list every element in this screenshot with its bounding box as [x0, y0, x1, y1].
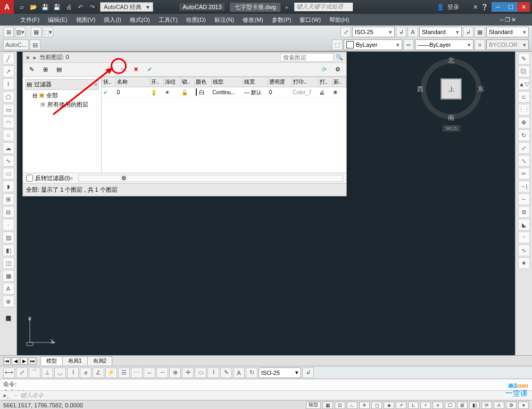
model-toggle[interactable]: 模型	[306, 402, 321, 409]
dim-angular-icon[interactable]: ∠	[93, 367, 104, 378]
rect-icon[interactable]: ▭	[3, 104, 14, 116]
viewcube-east[interactable]: 东	[478, 85, 484, 94]
plot-icon[interactable]: 🖨	[64, 2, 73, 12]
refresh-icon[interactable]: ⟳	[319, 64, 329, 75]
am-icon[interactable]: ⟳	[481, 402, 492, 409]
layer-prop-icon[interactable]: ▤	[30, 39, 40, 50]
cell-on-icon[interactable]: 💡	[149, 87, 163, 98]
otrack-icon[interactable]: ↗	[396, 402, 406, 409]
plotstyle-dropdown[interactable]: BYCOLOR	[486, 39, 529, 50]
menu-modify[interactable]: 修改(M)	[238, 14, 268, 26]
extend-icon[interactable]: →|	[518, 181, 530, 192]
tab-first-icon[interactable]: ⏮	[3, 357, 11, 365]
menu-edit[interactable]: 编辑(E)	[44, 14, 72, 26]
dim-edit-icon[interactable]: ✎	[220, 367, 232, 378]
new-icon[interactable]: ▱	[17, 2, 27, 12]
point-icon[interactable]: ·	[3, 219, 14, 231]
pline-icon[interactable]: ⌇	[3, 78, 14, 90]
line-icon[interactable]: ╱	[3, 53, 14, 64]
filter-used[interactable]: ▣ 所有使用的图层	[25, 100, 99, 109]
new-filter-icon[interactable]: ✎	[26, 64, 37, 75]
col-trans[interactable]: 透明度	[268, 77, 292, 87]
col-color[interactable]: 颜色	[195, 77, 212, 87]
arc-icon[interactable]: ◠	[3, 117, 14, 128]
viewcube-south[interactable]: 南	[448, 113, 454, 122]
dim-arc-icon[interactable]: ⌒	[29, 367, 40, 378]
qp-icon[interactable]: ⊞	[457, 402, 468, 409]
cell-plot-icon[interactable]: 🖨	[318, 87, 332, 98]
tab-layout2[interactable]: 布局2	[87, 356, 113, 365]
settings-icon[interactable]: ⚙	[332, 64, 343, 75]
makeblock-icon[interactable]: ⊟	[3, 206, 14, 218]
filter-all[interactable]: ⊟ ▣ 全部	[25, 91, 99, 100]
menu-window[interactable]: 窗口(W)	[295, 14, 325, 26]
undo-icon[interactable]: ↶	[76, 2, 85, 12]
set-current-icon[interactable]: ✔	[144, 64, 155, 75]
new-layer-vp-icon[interactable]: ✧	[117, 64, 127, 75]
menu-format[interactable]: 格式(O)	[126, 14, 154, 26]
textstyle-dropdown[interactable]: Standard	[419, 27, 462, 37]
viewcube-wcs[interactable]: WCS	[443, 125, 460, 132]
cell-pstyle[interactable]: Color_7	[292, 87, 318, 98]
workspace-dropdown[interactable]: AutoCAD 经典▾	[100, 2, 153, 12]
ellipse-icon[interactable]: ⬭	[3, 168, 14, 179]
addselected-icon[interactable]: ⊕	[3, 296, 14, 307]
dim-break-icon[interactable]: ╌	[156, 367, 168, 378]
table-icon[interactable]: ▦	[3, 270, 14, 282]
col-lweight[interactable]: 线宽	[243, 77, 268, 87]
doc-close-icon[interactable]: ✕	[511, 17, 516, 23]
viewcube[interactable]: 北 南 西 东 上 WCS	[419, 57, 483, 121]
dim-ord-icon[interactable]: ⊥	[41, 367, 53, 378]
tablestyle-dropdown[interactable]: Standard	[486, 27, 529, 37]
col-status[interactable]: 状..	[102, 77, 116, 87]
dim-update-icon[interactable]: ↻	[246, 367, 257, 378]
cell-name[interactable]: 0	[116, 87, 150, 98]
minimize-button[interactable]: ─	[492, 2, 504, 12]
viewcube-north[interactable]: 北	[448, 56, 454, 65]
save-icon[interactable]: 💾	[40, 2, 50, 12]
cell-color[interactable]: 白	[195, 87, 212, 98]
ltype-icon[interactable]: ═	[403, 39, 414, 50]
layer-search-input[interactable]	[280, 53, 334, 62]
tpy-icon[interactable]: ☐	[445, 402, 455, 409]
dialog-close-icon[interactable]: ×	[26, 54, 29, 61]
dim-baseline-icon[interactable]: ☰	[118, 367, 130, 378]
ellipsearc-icon[interactable]: ◗	[3, 181, 14, 192]
tab-last-icon[interactable]: ⏭	[29, 357, 36, 365]
explode-icon[interactable]: ✷	[518, 257, 530, 269]
ortho-icon[interactable]: ∟	[347, 402, 358, 409]
osnap-icon[interactable]: ◻	[371, 402, 382, 409]
dim-edit-icon[interactable]: ↲	[396, 27, 406, 37]
lwt-toggle-icon[interactable]: ≡	[433, 402, 443, 409]
dim-diameter-icon[interactable]: ⌀	[80, 367, 92, 378]
search-icon[interactable]: 🔍	[336, 54, 343, 61]
grid-icon[interactable]: ▦	[322, 402, 333, 409]
col-pstyle[interactable]: 打印..	[292, 77, 318, 87]
mtext-icon[interactable]: A	[3, 283, 14, 295]
help-icon[interactable]: ❔	[481, 4, 488, 11]
col-lock[interactable]: 锁..	[180, 77, 194, 87]
region-icon[interactable]: ◫	[3, 257, 14, 269]
coords-display[interactable]: 5661.1517, 1796.7582, 0.0000	[3, 402, 83, 408]
join-icon[interactable]: ⧉	[518, 206, 530, 218]
mirror-icon[interactable]: ▲▽	[518, 78, 530, 90]
break-icon[interactable]: ╌	[518, 193, 530, 205]
dim-continue-icon[interactable]: ⋯	[131, 367, 143, 378]
dim-inspect-icon[interactable]: ⬭	[195, 367, 206, 378]
stretch-icon[interactable]: ⤡	[518, 155, 530, 167]
dimstyle-dropdown[interactable]: ISO-25	[352, 27, 395, 37]
col-on[interactable]: 开..	[149, 77, 163, 87]
command-window[interactable]: 命令: 命令: '_Layer ▸_← 键入命令	[0, 379, 532, 400]
layer-panel-expand[interactable]: AutoC...	[3, 39, 29, 50]
tab-model[interactable]: 模型	[40, 356, 63, 365]
cell-lock-icon[interactable]: 🔓	[180, 87, 194, 98]
exchange-icon[interactable]: ✕	[473, 4, 478, 11]
menu-insert[interactable]: 插入(I)	[99, 14, 125, 26]
scale-icon[interactable]: ⤢	[518, 142, 530, 154]
open-icon[interactable]: 📂	[29, 2, 38, 12]
ducs-icon[interactable]: L	[408, 402, 419, 409]
menu-tools[interactable]: 工具(T)	[154, 14, 182, 26]
cell-trans[interactable]: 0	[268, 87, 292, 98]
dim-aligned-icon[interactable]: ⤢	[16, 367, 28, 378]
dim-linear-icon[interactable]: ⟷	[3, 367, 15, 378]
